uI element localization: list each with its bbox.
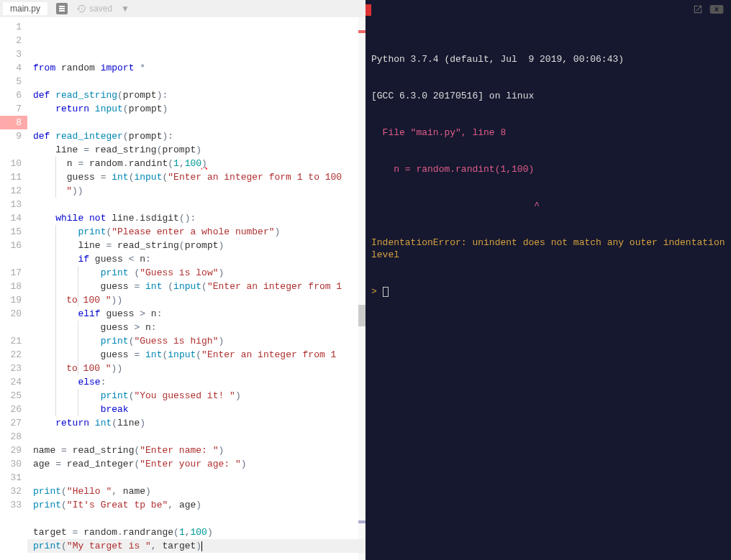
svg-rect-1 [59, 8, 65, 9]
python-version: Python 3.7.4 (default, Jul 9 2019, 00:06… [371, 53, 725, 65]
code-line-wrap[interactable]: to 100 ")) [27, 293, 366, 307]
code-line[interactable]: guess = int(input("Enter an integer form… [27, 170, 366, 184]
code-line[interactable]: def read_string(prompt): [27, 88, 366, 102]
file-tab[interactable]: main.py [3, 2, 47, 15]
terminal-toolbar [692, 4, 724, 18]
code-line-wrap[interactable]: to 100 ")) [27, 362, 366, 375]
terminal-prompt[interactable]: > [371, 285, 725, 298]
code-line-wrap[interactable]: ")) [27, 184, 366, 198]
code-line[interactable]: while not line.isdigit(): [27, 211, 366, 225]
traceback-file: File "main.py", line 8 [371, 127, 725, 139]
code-line[interactable] [27, 198, 366, 211]
code-line[interactable]: print("My target is ", target) [27, 539, 366, 553]
code-line[interactable]: guess = int (input("Enter an integer fro… [27, 280, 366, 293]
code-area[interactable]: from random import *def read_string(prom… [27, 17, 366, 560]
file-list-icon[interactable] [56, 3, 68, 14]
gcc-version: [GCC 6.3.0 20170516] on linux [371, 90, 725, 102]
svg-rect-2 [59, 10, 65, 12]
terminal-error-marker [366, 4, 371, 16]
code-line[interactable]: print("Please enter a whole number") [27, 225, 366, 239]
terminal-cursor [383, 287, 389, 297]
code-line[interactable] [27, 116, 366, 129]
line-gutter: 123456789 10111213141516 17181920 212223… [0, 17, 27, 560]
code-line[interactable]: print("Guess is high") [27, 334, 366, 348]
code-line[interactable]: print("Hello ", name) [27, 485, 366, 498]
code-line[interactable] [27, 430, 366, 444]
code-line[interactable]: elif guess > n: [27, 307, 366, 321]
code-line[interactable]: return input(prompt) [27, 102, 366, 116]
clear-icon[interactable] [709, 4, 724, 18]
code-line[interactable]: age = read_integer("Enter your age: ") [27, 457, 366, 471]
traceback-code: n = random.randint(1,100) [371, 163, 725, 175]
code-line[interactable]: print ("Guess is low") [27, 266, 366, 280]
code-line[interactable] [27, 471, 366, 485]
code-line[interactable]: name = read_string("Enter name: ") [27, 444, 366, 457]
terminal-pane[interactable]: Python 3.7.4 (default, Jul 9 2019, 00:06… [366, 0, 731, 560]
code-line[interactable]: if guess < n: [27, 252, 366, 266]
history-icon [76, 4, 86, 14]
code-line[interactable]: break [27, 403, 366, 416]
popout-icon[interactable] [692, 4, 704, 18]
saved-indicator: saved [76, 4, 112, 14]
code-line[interactable] [27, 75, 366, 88]
error-message: IndentationError: unindent does not matc… [371, 237, 725, 261]
ide-container: main.py saved ▼ 123456789 10111213141516… [0, 0, 731, 560]
svg-rect-0 [59, 6, 65, 7]
code-line[interactable]: guess > n: [27, 321, 366, 334]
editor-pane: main.py saved ▼ 123456789 10111213141516… [0, 0, 366, 560]
code-line[interactable]: line = read_string(prompt) [27, 143, 366, 157]
code-line[interactable]: line = read_string(prompt) [27, 239, 366, 252]
minimap-error-marker [358, 30, 366, 33]
traceback-caret: ^ [371, 200, 725, 212]
code-line[interactable] [27, 512, 366, 525]
saved-label: saved [89, 4, 112, 14]
code-line[interactable]: from random import * [27, 61, 366, 75]
tab-bar: main.py saved ▼ [0, 0, 366, 17]
code-line[interactable]: print("You guessed it! ") [27, 389, 366, 403]
code-line[interactable]: def read_integer(prompt): [27, 129, 366, 143]
tab-dropdown-icon[interactable]: ▼ [121, 4, 130, 14]
code-line[interactable]: return int(line) [27, 416, 366, 430]
code-line[interactable]: else: [27, 375, 366, 389]
code-line[interactable]: n = random.randint(1,100) [27, 157, 366, 170]
editor-body[interactable]: 123456789 10111213141516 17181920 212223… [0, 17, 366, 560]
code-line[interactable]: guess = int(input("Enter an integer from… [27, 348, 366, 362]
code-line[interactable]: print("It's Great tp be", age) [27, 498, 366, 512]
code-line[interactable]: target = random.randrange(1,100) [27, 525, 366, 539]
